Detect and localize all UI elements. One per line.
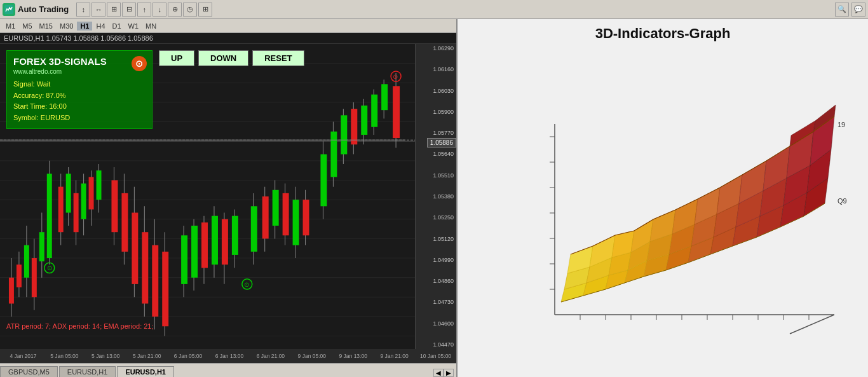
graph-title: 3D-Indicators-Graph — [595, 25, 731, 42]
svg-text:19: 19 — [837, 121, 845, 128]
time-4: 5 Jan 21:00 — [126, 353, 168, 359]
svg-rect-48 — [132, 213, 138, 284]
svg-rect-72 — [262, 196, 269, 238]
svg-rect-38 — [81, 184, 86, 219]
tab-gbpusd-m5[interactable]: GBPUSD,M5 — [0, 366, 58, 377]
signal-website: www.altredo.com — [13, 68, 146, 75]
toolbar-btn-4[interactable]: ⊟ — [122, 3, 136, 17]
svg-text:⊙: ⊙ — [47, 264, 52, 271]
chat-icon[interactable]: 💬 — [851, 3, 865, 17]
atr-info: ATR period: 7; ADX period: 14; EMA perio… — [6, 322, 154, 330]
toolbar-btn-3[interactable]: ⊞ — [107, 3, 121, 17]
reset-button[interactable]: RESET — [252, 50, 304, 66]
svg-rect-74 — [273, 190, 279, 226]
svg-rect-26 — [39, 232, 44, 261]
tab-scroll-left[interactable]: ◀ — [433, 369, 444, 377]
search-icon[interactable]: 🔍 — [835, 3, 849, 17]
signal-start-time: Start Time: 16:00 — [13, 101, 146, 113]
toolbar-btn-9[interactable]: ⊞ — [198, 3, 212, 17]
tf-mn[interactable]: MN — [142, 22, 159, 31]
toolbar-btn-6[interactable]: ↓ — [153, 3, 166, 17]
toolbar-btn-2[interactable]: ↔ — [92, 3, 105, 17]
svg-rect-24 — [32, 258, 37, 297]
svg-rect-56 — [181, 235, 187, 284]
svg-rect-54 — [162, 252, 168, 326]
svg-rect-40 — [89, 177, 94, 209]
current-price: 1.05886 — [427, 138, 456, 147]
up-button[interactable]: UP — [159, 50, 194, 66]
time-6: 6 Jan 13:00 — [209, 353, 250, 359]
chart-header: EURUSD,H1 1.05743 1.05886 1.05686 1.0588… — [0, 33, 456, 44]
3d-surface-chart: 19 Q9 — [478, 79, 847, 346]
time-2: 5 Jan 05:00 — [44, 353, 85, 359]
svg-rect-92 — [371, 95, 377, 127]
down-button[interactable]: DOWN — [198, 50, 248, 66]
svg-rect-44 — [111, 180, 118, 232]
svg-rect-52 — [152, 245, 158, 317]
toolbar-btn-1[interactable]: ↕ — [76, 3, 90, 17]
signal-info: Signal: Wait Accuracy: 87.0% Start Time:… — [13, 79, 146, 123]
toolbar-btn-8[interactable]: ◷ — [183, 3, 197, 17]
price-7: 1.05510 — [416, 172, 456, 179]
svg-rect-68 — [251, 206, 257, 251]
signal-overlay: FOREX 3D-SIGNALS www.altredo.com ⊙ Signa… — [6, 50, 153, 129]
chart-body: FOREX 3D-SIGNALS www.altredo.com ⊙ Signa… — [0, 44, 456, 349]
svg-text:⊙: ⊙ — [244, 281, 249, 288]
price-9: 1.05250 — [416, 214, 456, 221]
svg-text:Q9: Q9 — [837, 197, 847, 205]
timeframe-bar: M1 M5 M15 M30 H1 H4 D1 W1 MN — [0, 19, 456, 33]
tf-h4[interactable]: H4 — [93, 22, 108, 31]
price-12: 1.04860 — [416, 278, 456, 284]
svg-rect-22 — [24, 245, 29, 278]
tf-h1[interactable]: H1 — [77, 22, 92, 31]
graph-3d-container: 19 Q9 — [470, 55, 855, 371]
svg-rect-88 — [351, 109, 357, 144]
svg-rect-80 — [303, 200, 309, 235]
price-4: 1.05900 — [416, 109, 456, 115]
time-9: 9 Jan 13:00 — [332, 353, 374, 359]
time-7: 6 Jan 21:00 — [250, 353, 291, 359]
tab-bar: GBPUSD,M5 EURUSD,H1 EURUSD,H1 ◀ ▶ — [0, 363, 456, 377]
svg-rect-50 — [142, 232, 148, 303]
svg-rect-36 — [74, 193, 79, 232]
tf-m1[interactable]: M1 — [3, 22, 18, 31]
time-axis: 4 Jan 2017 5 Jan 05:00 5 Jan 13:00 5 Jan… — [0, 349, 456, 363]
svg-text:⊙: ⊙ — [393, 73, 398, 80]
tf-m15[interactable]: M15 — [36, 22, 56, 31]
tab-eurusd-h1-1[interactable]: EURUSD,H1 — [59, 366, 116, 377]
svg-rect-82 — [320, 154, 327, 207]
toolbar-btn-5[interactable]: ↑ — [137, 3, 151, 17]
graph-panel: 3D-Indicators-Graph — [458, 19, 868, 377]
toolbar-btn-7[interactable]: ⊕ — [168, 3, 182, 17]
tf-m5[interactable]: M5 — [19, 22, 35, 31]
time-5: 6 Jan 05:00 — [168, 353, 209, 359]
title-bar: Auto Trading ↕ ↔ ⊞ ⊟ ↑ ↓ ⊕ ◷ ⊞ 🔍 💬 — [0, 0, 868, 19]
tf-w1[interactable]: W1 — [125, 22, 142, 31]
tab-scroll-right[interactable]: ▶ — [444, 369, 454, 377]
svg-rect-90 — [361, 106, 367, 135]
svg-rect-94 — [381, 84, 388, 110]
app-icon — [3, 3, 15, 16]
svg-rect-42 — [97, 170, 102, 200]
svg-rect-84 — [330, 132, 337, 177]
svg-rect-86 — [341, 115, 347, 154]
svg-rect-64 — [222, 219, 228, 264]
tab-eurusd-h1-2[interactable]: EURUSD,H1 — [117, 366, 174, 377]
signal-title: FOREX 3D-SIGNALS — [13, 56, 146, 67]
tf-d1[interactable]: D1 — [109, 22, 125, 31]
svg-rect-76 — [283, 193, 289, 235]
main-content: M1 M5 M15 M30 H1 H4 D1 W1 MN EURUSD,H1 1… — [0, 19, 868, 377]
price-15: 1.04470 — [416, 341, 456, 348]
svg-rect-46 — [121, 193, 128, 252]
tab-scroll: ◀ ▶ — [433, 369, 456, 377]
time-10: 9 Jan 21:00 — [374, 353, 415, 359]
price-5: 1.05770 — [416, 130, 456, 136]
time-8: 9 Jan 05:00 — [291, 353, 332, 359]
tf-m30[interactable]: M30 — [57, 22, 76, 31]
svg-line-102 — [790, 315, 834, 334]
svg-rect-28 — [47, 174, 52, 258]
signal-buttons: UP DOWN RESET — [159, 50, 304, 66]
toolbar: ↕ ↔ ⊞ ⊟ ↑ ↓ ⊕ ◷ ⊞ — [76, 3, 212, 17]
svg-rect-34 — [66, 174, 71, 212]
time-3: 5 Jan 13:00 — [85, 353, 126, 359]
